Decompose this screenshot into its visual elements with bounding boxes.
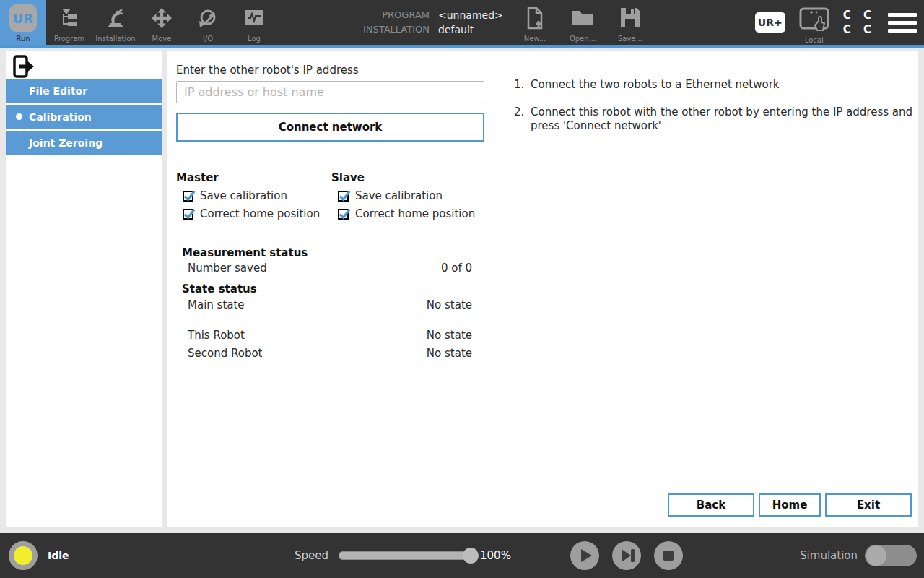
step-forward-icon [612,541,641,570]
stop-button[interactable] [654,541,683,570]
step-button[interactable] [612,541,641,570]
tab-io[interactable]: I/O [185,0,231,45]
hamburger-menu-icon[interactable] [888,13,917,33]
exit-button[interactable]: Exit [825,493,912,517]
sidebar: File Editor Calibration Joint Zeroing [6,51,162,527]
installation-name-value: default [438,24,503,35]
local-mode-button[interactable]: Local [798,7,831,44]
robot-status-text: Idle [48,550,69,561]
status-row-value: 0 of 0 [441,262,472,275]
save-floppy-icon [619,7,641,31]
checkbox-label: Save calibration [200,189,287,202]
master-group-header: Master [176,171,330,184]
tab-run[interactable]: UR Run [0,0,46,45]
simulation-control: Simulation [800,533,917,578]
tab-installation[interactable]: Installation [92,0,139,45]
status-row-label: This Robot [188,329,245,342]
play-button[interactable] [570,541,599,570]
master-group: Master Save calibration Correct home pos… [176,171,330,220]
instruction-text: Connect this robot with the other robot … [531,105,924,133]
program-key-label: PROGRAM [310,9,430,21]
sidebar-items: File Editor Calibration Joint Zeroing [6,79,162,157]
ip-address-label: Enter the other robot's IP address [176,64,359,77]
speed-slider-knob[interactable] [463,548,479,564]
open-button[interactable]: Open... [562,7,603,43]
play-icon [570,541,599,570]
master-group-title: Master [176,171,219,184]
save-button[interactable]: Save... [609,7,651,43]
simulation-toggle[interactable] [865,545,917,566]
checkmark-icon [183,207,196,221]
tab-log-label: Log [248,34,261,43]
speed-control: Speed 100% [295,533,511,578]
collapse-panel-button[interactable] [13,55,35,81]
sidebar-item-label: File Editor [29,85,87,97]
measurement-status-title: Measurement status [182,246,308,259]
tab-io-label: I/O [203,34,213,43]
master-save-calibration-checkbox[interactable] [183,191,193,202]
simulation-toggle-knob[interactable] [866,545,886,566]
save-button-label: Save... [618,35,642,43]
sidebar-item-file-editor[interactable]: File Editor [6,79,162,103]
status-row-value: No state [427,347,472,360]
status-row-label: Number saved [188,262,267,275]
sidebar-item-label: Joint Zeroing [29,137,103,149]
instruction-text: Connect the two robots to a Ethernet net… [531,78,924,92]
status-row-value: No state [427,329,472,342]
master-correct-home-option[interactable]: Correct home position [183,207,330,220]
installation-key-label: INSTALLATION [310,24,430,35]
status-row: This Robot No state [188,329,472,342]
instruction-item: 1. Connect the two robots to a Ethernet … [514,78,924,92]
status-row-label: Second Robot [188,347,262,360]
sidebar-item-joint-zeroing[interactable]: Joint Zeroing [6,131,162,155]
tab-move-label: Move [152,34,172,43]
ip-address-input[interactable] [176,81,484,103]
checkbox-label: Save calibration [355,189,443,202]
tab-installation-label: Installation [95,34,135,43]
tab-log[interactable]: Log [231,0,277,45]
tab-run-label: Run [16,34,30,43]
robot-status-light[interactable] [9,541,38,570]
stop-icon [654,541,683,570]
slave-save-calibration-checkbox[interactable] [338,191,349,202]
instruction-number: 1. [514,78,531,92]
home-button[interactable]: Home [759,493,821,517]
instruction-number: 2. [514,105,531,133]
urplus-label: UR+ [758,17,783,28]
status-row-value: No state [427,298,472,311]
checkmark-icon [338,207,352,221]
back-button[interactable]: Back [668,493,754,517]
checkbox-label: Correct home position [355,207,475,220]
status-row: Second Robot No state [188,347,472,360]
header-right-controls: UR+ Local C C C C [755,0,917,45]
status-row: Main state No state [188,298,472,311]
io-icon [197,2,219,34]
simulation-label: Simulation [800,549,858,562]
move-arrows-icon [152,2,172,34]
master-save-calibration-option[interactable]: Save calibration [183,189,330,202]
slave-save-calibration-option[interactable]: Save calibration [338,189,484,202]
sidebar-item-label: Calibration [29,111,92,123]
clock-display: C C C C [843,8,876,37]
status-row: Number saved 0 of 0 [188,262,472,275]
transport-controls [570,541,683,570]
speed-slider[interactable] [339,548,477,564]
slave-group-header: Slave [331,171,484,184]
slave-correct-home-option[interactable]: Correct home position [338,207,484,220]
connect-network-button[interactable]: Connect network [176,113,484,142]
new-button-label: New... [524,35,546,43]
tab-program[interactable]: Program [46,0,92,45]
hamburger-bar [888,21,917,25]
slave-correct-home-checkbox[interactable] [338,209,349,220]
speed-value: 100% [480,549,511,562]
master-correct-home-checkbox[interactable] [183,209,193,220]
tab-program-label: Program [54,34,84,43]
local-mode-label: Local [805,36,824,44]
urplus-button[interactable]: UR+ [755,12,785,33]
speed-slider-track[interactable] [339,551,477,560]
new-button[interactable]: New... [514,7,556,43]
tab-move[interactable]: Move [139,0,185,45]
slave-group-title: Slave [331,171,365,184]
sidebar-item-calibration[interactable]: Calibration [6,105,162,129]
instructions-list: 1. Connect the two robots to a Ethernet … [514,78,924,147]
